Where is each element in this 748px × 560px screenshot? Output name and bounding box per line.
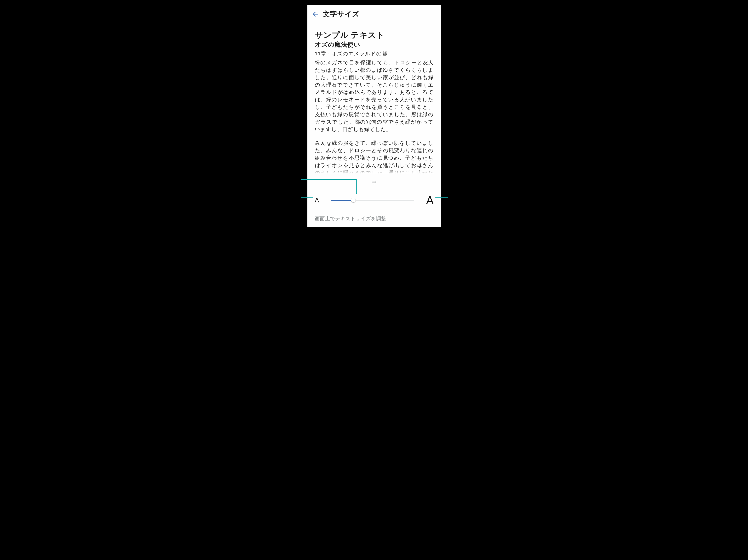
- slider-panel: 中 A A 画面上でテキストサイズを調整: [307, 174, 441, 227]
- slider-row: A A: [315, 194, 434, 206]
- sample-text-area: サンプル テキスト オズの魔法使い 11章：オズのエメラルドの都 緑のメガネで目…: [307, 23, 441, 174]
- callout-line-top-v: [356, 179, 357, 194]
- sample-paragraph-1: 緑のメガネで目を保護しても、ドロシーと友人たちはすばらしい都のまばゆさでくらくら…: [315, 59, 434, 133]
- callout-line-top: [301, 179, 357, 180]
- large-a-icon: A: [426, 195, 434, 205]
- app-bar: 文字サイズ: [307, 5, 441, 23]
- slider-track-fill: [331, 200, 354, 201]
- hint-text: 画面上でテキストサイズを調整: [315, 215, 434, 222]
- font-size-slider[interactable]: [331, 197, 414, 203]
- small-a-icon: A: [315, 197, 319, 203]
- sample-paragraph-2: みんな緑の服をきて、緑っぽい肌をしていました。みんな、ドロシーとその風変わりな連…: [315, 139, 434, 174]
- page-title: 文字サイズ: [323, 9, 359, 19]
- arrow-left-icon: [312, 11, 319, 18]
- sample-heading: サンプル テキスト: [315, 30, 434, 40]
- back-button[interactable]: [310, 8, 321, 20]
- phone-frame: 文字サイズ サンプル テキスト オズの魔法使い 11章：オズのエメラルドの都 緑…: [307, 5, 441, 227]
- callout-line-right: [436, 197, 448, 198]
- callout-line-left: [301, 197, 313, 198]
- slider-thumb[interactable]: [351, 198, 356, 202]
- book-title: オズの魔法使い: [315, 41, 434, 49]
- stage: 文字サイズ サンプル テキスト オズの魔法使い 11章：オズのエメラルドの都 緑…: [216, 0, 532, 237]
- size-label: 中: [315, 179, 434, 186]
- chapter-title: 11章：オズのエメラルドの都: [315, 50, 434, 57]
